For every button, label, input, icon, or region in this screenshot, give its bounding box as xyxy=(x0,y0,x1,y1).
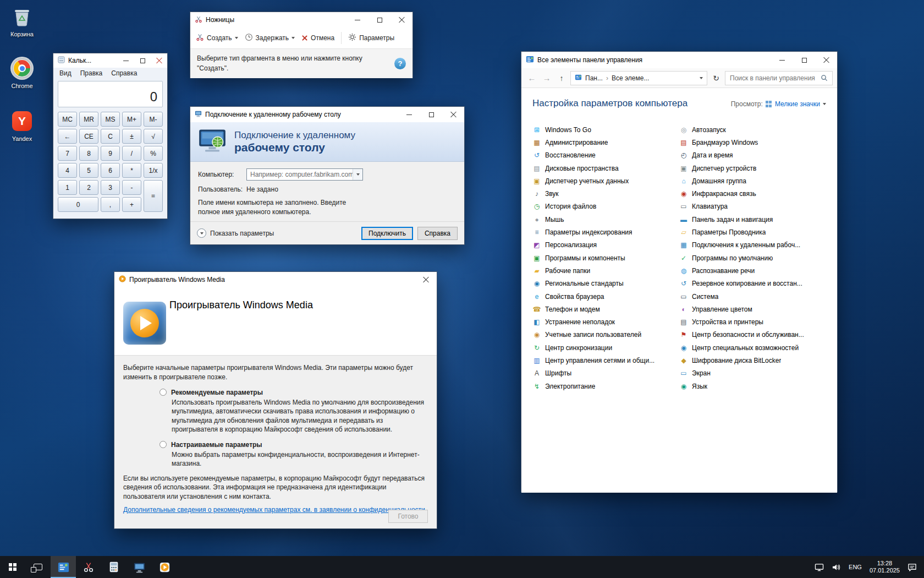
desktop-icon-chrome[interactable]: Chrome xyxy=(2,56,42,89)
control-panel-item[interactable]: ▦Подключения к удаленным рабоч... xyxy=(679,239,826,252)
control-panel-item[interactable]: ◉Инфракрасная связь xyxy=(679,187,826,200)
control-panel-item[interactable]: ▬Панель задач и навигация xyxy=(679,213,826,226)
control-panel-item[interactable]: ◩Персонализация xyxy=(532,239,679,252)
options-button[interactable]: Параметры xyxy=(348,33,394,43)
tray-display-button[interactable] xyxy=(811,556,828,578)
custom-settings-radio[interactable] xyxy=(160,441,167,448)
control-panel-item[interactable]: ◧Устранение неполадок xyxy=(532,315,679,328)
menu-edit[interactable]: Правка xyxy=(76,69,107,78)
custom-settings-option[interactable]: Настраиваемые параметры xyxy=(160,441,428,449)
maximize-button[interactable] xyxy=(134,53,151,68)
control-panel-item[interactable]: ▭Клавиатура xyxy=(679,200,826,213)
control-panel-item[interactable]: ↺Резервное копирование и восстан... xyxy=(679,277,826,290)
minimize-button[interactable] xyxy=(398,107,420,122)
privacy-statement-link[interactable]: Дополнительные сведения о рекомендуемых … xyxy=(123,506,427,514)
close-button[interactable] xyxy=(815,52,837,68)
minimize-button[interactable] xyxy=(346,12,369,28)
calc-button-4[interactable]: 4 xyxy=(58,163,77,178)
calc-button-6[interactable]: 6 xyxy=(101,163,120,178)
rdp-titlebar[interactable]: Подключение к удаленному рабочему столу xyxy=(190,107,464,122)
control-panel-item[interactable]: ◉Учетные записи пользователей xyxy=(532,329,679,341)
control-panel-item[interactable]: ⚑Центр безопасности и обслуживан... xyxy=(679,329,826,341)
snipping-titlebar[interactable]: Ножницы xyxy=(190,12,413,28)
control-panel-item[interactable]: ▥Центр управления сетями и общи... xyxy=(532,354,679,367)
show-options-toggle[interactable]: Показать параметры xyxy=(197,228,274,238)
calc-button-MS[interactable]: MS xyxy=(101,112,120,127)
calc-button-,[interactable]: , xyxy=(101,197,120,212)
control-panel-item[interactable]: ▱Параметры Проводника xyxy=(679,226,826,238)
control-panel-item[interactable]: ◉Региональные стандарты xyxy=(532,277,679,290)
control-panel-item[interactable]: ◉Центр специальных возможностей xyxy=(679,341,826,354)
control-panel-item[interactable]: ▭Система xyxy=(679,290,826,303)
control-panel-item[interactable]: eСвойства браузера xyxy=(532,290,679,303)
calc-button-√[interactable]: √ xyxy=(144,129,163,144)
control-panel-item[interactable]: ↺Восстановление xyxy=(532,149,679,162)
calc-button-/[interactable]: / xyxy=(122,146,141,161)
desktop-icon-recycle-bin[interactable]: Корзина xyxy=(2,4,42,37)
create-button[interactable]: Создать xyxy=(196,33,238,43)
control-panel-item[interactable]: ♪Звук xyxy=(532,187,679,200)
chevron-down-icon[interactable] xyxy=(353,169,362,180)
control-panel-item[interactable]: ◆Шифрование диска BitLocker xyxy=(679,354,826,367)
desktop-icon-yandex[interactable]: Yandex xyxy=(2,109,42,142)
close-button[interactable] xyxy=(442,107,464,122)
control-panel-item[interactable]: ⊞Windows To Go xyxy=(532,123,679,136)
control-panel-item[interactable]: ▣Диспетчер учетных данных xyxy=(532,175,679,187)
close-button[interactable] xyxy=(415,272,437,287)
control-panel-item[interactable]: ↯Электропитание xyxy=(532,380,679,392)
control-panel-item[interactable]: ≡Параметры индексирования xyxy=(532,226,679,238)
help-button[interactable]: ? xyxy=(394,58,406,69)
start-button[interactable] xyxy=(0,556,25,578)
calc-button-±[interactable]: ± xyxy=(122,129,141,144)
control-panel-item[interactable]: ◷История файлов xyxy=(532,200,679,213)
calc-button-8[interactable]: 8 xyxy=(79,146,98,161)
control-panel-item[interactable]: ◉Язык xyxy=(679,380,826,392)
breadcrumb-root[interactable]: Пан... xyxy=(585,74,603,82)
control-panel-item[interactable]: ▦Администрирование xyxy=(532,136,679,149)
calc-button-9[interactable]: 9 xyxy=(101,146,120,161)
search-input[interactable]: Поиск в панели управления xyxy=(725,71,833,85)
breadcrumb-current[interactable]: Все элеме... xyxy=(612,74,649,82)
taskbar-app-calculator[interactable] xyxy=(101,556,127,578)
taskbar-app-windows-media-player[interactable] xyxy=(152,556,177,578)
forward-button[interactable]: → xyxy=(541,73,553,83)
view-selector[interactable]: Просмотр: Мелкие значки xyxy=(731,100,826,108)
calc-button-*[interactable]: * xyxy=(122,163,141,178)
calc-button-MC[interactable]: MC xyxy=(58,112,77,127)
calc-button-C[interactable]: C xyxy=(101,129,120,144)
language-indicator[interactable]: ENG xyxy=(845,556,866,578)
control-panel-item[interactable]: ▤Дисковые пространства xyxy=(532,162,679,175)
clock[interactable]: 13:28 07.01.2025 xyxy=(866,556,904,578)
maximize-button[interactable] xyxy=(369,12,391,28)
taskbar-app-remote-desktop[interactable] xyxy=(127,556,152,578)
calc-button-MR[interactable]: MR xyxy=(79,112,98,127)
calc-button-M-[interactable]: M- xyxy=(144,112,163,127)
computer-input[interactable]: Например: computer.fabrikam.com xyxy=(246,168,363,181)
control-panel-item[interactable]: ▣Диспетчер устройств xyxy=(679,162,826,175)
control-panel-item[interactable]: ◴Дата и время xyxy=(679,149,826,162)
close-button[interactable] xyxy=(151,53,167,68)
action-center-button[interactable] xyxy=(904,556,921,578)
back-button[interactable]: ← xyxy=(526,73,538,83)
calc-button-1[interactable]: 1 xyxy=(58,180,77,195)
calc-button-=[interactable]: = xyxy=(144,180,163,212)
control-panel-item[interactable]: ▣Программы и компоненты xyxy=(532,252,679,264)
calc-button-0[interactable]: 0 xyxy=(58,197,98,212)
refresh-button[interactable]: ↻ xyxy=(710,71,722,85)
calc-button-+[interactable]: + xyxy=(122,197,141,212)
chevron-down-icon[interactable] xyxy=(823,103,826,105)
finish-button[interactable]: Готово xyxy=(388,510,428,523)
calc-button-7[interactable]: 7 xyxy=(58,146,77,161)
calc-button-1/x[interactable]: 1/x xyxy=(144,163,163,178)
maximize-button[interactable] xyxy=(420,107,442,122)
control-panel-item[interactable]: ●Мышь xyxy=(532,213,679,226)
calc-button-3[interactable]: 3 xyxy=(101,180,120,195)
delay-button[interactable]: Задержать xyxy=(245,33,295,43)
taskbar-app-snipping-tool[interactable] xyxy=(76,556,101,578)
recommended-settings-radio[interactable] xyxy=(160,389,167,396)
task-view-button[interactable] xyxy=(25,556,51,578)
close-button[interactable] xyxy=(391,12,413,28)
help-button[interactable]: Справка xyxy=(417,227,458,240)
calc-button-←[interactable]: ← xyxy=(58,129,77,144)
calc-button-%[interactable]: % xyxy=(144,146,163,161)
